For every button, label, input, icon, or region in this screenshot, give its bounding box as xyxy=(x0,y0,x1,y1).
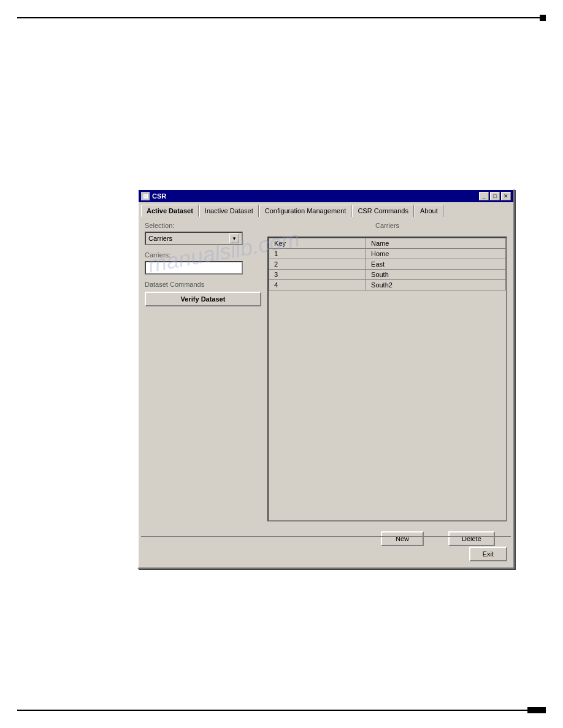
col-header-key: Key xyxy=(269,238,366,249)
tab-about[interactable]: About xyxy=(415,205,443,217)
row-key-2: 2 xyxy=(269,259,366,270)
carriers-label: Carriers: xyxy=(145,251,261,259)
table-row[interactable]: 4 South2 xyxy=(269,280,506,290)
verify-dataset-button[interactable]: Verify Dataset xyxy=(145,292,261,306)
bottom-rule-dot xyxy=(527,707,546,713)
row-name-4: South2 xyxy=(366,280,506,290)
row-key-4: 4 xyxy=(269,280,366,290)
carriers-dropdown[interactable]: Carriers ▼ xyxy=(145,232,243,245)
tab-csr-commands[interactable]: CSR Commands xyxy=(352,205,414,217)
exit-button[interactable]: Exit xyxy=(469,547,507,561)
bottom-divider xyxy=(141,536,511,537)
carriers-table: Key Name 1 Home 2 East xyxy=(269,238,506,290)
top-rule-dot xyxy=(540,15,546,21)
dataset-commands-label: Dataset Commands xyxy=(145,281,261,288)
right-panel: Carriers Key Name 1 Home xyxy=(267,222,507,546)
exit-area: Exit xyxy=(469,547,507,561)
row-name-3: South xyxy=(366,270,506,280)
delete-button[interactable]: Delete xyxy=(448,531,495,546)
row-name-2: East xyxy=(366,259,506,270)
carriers-table-container: Key Name 1 Home 2 East xyxy=(267,237,507,521)
table-row[interactable]: 2 East xyxy=(269,259,506,270)
content-body: Selection: Carriers ▼ Carriers: Dataset … xyxy=(139,217,513,551)
selection-label: Selection: xyxy=(145,222,261,229)
tab-active-dataset[interactable]: Active Dataset xyxy=(141,205,199,217)
row-name-1: Home xyxy=(366,249,506,259)
window-controls: _ □ ✕ xyxy=(479,192,511,200)
left-panel: Selection: Carriers ▼ Carriers: Dataset … xyxy=(145,222,261,546)
maximize-button[interactable]: □ xyxy=(490,192,500,200)
tab-inactive-dataset[interactable]: Inactive Dataset xyxy=(199,205,259,217)
tab-bar: Active Dataset Inactive Dataset Configur… xyxy=(139,202,513,217)
table-row[interactable]: 3 South xyxy=(269,270,506,280)
bottom-rule xyxy=(17,710,546,711)
dataset-commands-group: Dataset Commands Verify Dataset xyxy=(145,281,261,306)
close-button[interactable]: ✕ xyxy=(501,192,511,200)
selection-group: Selection: Carriers ▼ xyxy=(145,222,261,245)
carriers-input-group: Carriers: xyxy=(145,251,261,275)
carriers-table-title: Carriers xyxy=(267,222,507,229)
carriers-input[interactable] xyxy=(145,261,243,275)
titlebar: ▤ CSR _ □ ✕ xyxy=(139,190,513,202)
table-row[interactable]: 1 Home xyxy=(269,249,506,259)
dropdown-arrow-icon: ▼ xyxy=(229,233,239,243)
top-rule xyxy=(17,17,546,18)
bottom-buttons: New Delete xyxy=(381,531,507,546)
window-title-text: CSR xyxy=(152,192,166,200)
dropdown-value: Carriers xyxy=(148,235,172,242)
main-window: ▤ CSR _ □ ✕ Active Dataset Inactive Data… xyxy=(137,189,515,569)
minimize-button[interactable]: _ xyxy=(479,192,489,200)
tab-configuration-management[interactable]: Configuration Management xyxy=(259,205,352,217)
new-button[interactable]: New xyxy=(381,531,424,546)
window-title-group: ▤ CSR xyxy=(141,192,166,200)
col-header-name: Name xyxy=(366,238,506,249)
app-icon: ▤ xyxy=(141,192,150,200)
row-key-3: 3 xyxy=(269,270,366,280)
row-key-1: 1 xyxy=(269,249,366,259)
